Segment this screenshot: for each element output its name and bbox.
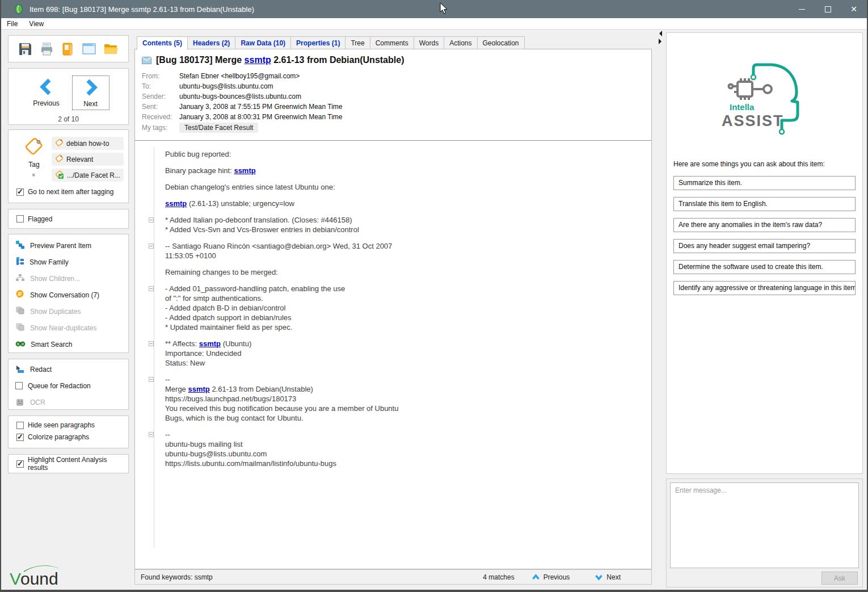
- tab-actions[interactable]: Actions: [444, 36, 477, 49]
- collapse-paragraph-icon[interactable]: [149, 432, 154, 437]
- next-item-button[interactable]: Next: [72, 75, 109, 110]
- paragraph-text: Binary package hint:: [165, 166, 234, 175]
- redact-button[interactable]: Redact: [9, 361, 128, 377]
- svg-text:ound: ound: [20, 569, 58, 588]
- tag-button[interactable]: Tag »: [16, 137, 52, 184]
- email-field-row: Sent:January 3, 2008 at 7:55:15 PM Green…: [142, 102, 642, 112]
- previous-item-button[interactable]: Previous: [28, 75, 65, 110]
- paragraph-text: 11:53:05 +0100: [165, 251, 216, 260]
- ocr-button: OCR: [9, 394, 128, 410]
- assist-suggestion-button[interactable]: Are there any anomalies in the item's ra…: [673, 218, 856, 232]
- save-icon[interactable]: [18, 41, 33, 57]
- paragraph-text: Remaining changes to be merged:: [165, 268, 278, 276]
- tab-tree[interactable]: Tree: [345, 36, 370, 49]
- goto-next-after-tagging-option[interactable]: Go to next item after tagging: [9, 184, 128, 196]
- email-field-value: ubuntu-bugs-bounces@lists.ubuntu.com: [179, 93, 301, 100]
- tab-words[interactable]: Words: [414, 36, 444, 49]
- tag-chip[interactable]: Relevant: [52, 153, 124, 166]
- email-body: Public bug reported:Binary package hint:…: [135, 141, 651, 553]
- hide-seen-checkbox[interactable]: [16, 422, 24, 429]
- highlight-content-analysis-option[interactable]: Highlight Content Analysis results: [9, 456, 128, 472]
- collapse-paragraph-icon[interactable]: [149, 217, 154, 222]
- action-children: Show Children...: [9, 270, 128, 287]
- ssmtp-link[interactable]: ssmtp: [199, 339, 221, 348]
- email-field-label: Received:: [142, 113, 179, 121]
- colorize-paragraphs-option[interactable]: Colorize paragraphs: [9, 433, 128, 441]
- assist-message-input[interactable]: [670, 482, 859, 568]
- goto-next-checkbox[interactable]: [16, 188, 24, 196]
- menu-file[interactable]: File: [1, 20, 23, 28]
- hide-seen-paragraphs-option[interactable]: Hide seen paragraphs: [9, 420, 128, 433]
- ssmtp-link[interactable]: ssmtp: [188, 385, 209, 393]
- paragraph-text: 2.61-13 from Debian(Unstable): [210, 385, 313, 393]
- paragraph-text: https://lists.ubuntu.com/mailman/listinf…: [165, 459, 336, 468]
- my-tag-chip[interactable]: Test/Date Facet Result: [179, 123, 258, 133]
- action-conversation[interactable]: Show Conversation (7): [9, 287, 128, 303]
- tab-headers-2[interactable]: Headers (2): [188, 36, 235, 49]
- email-paragraph: --Merge ssmtp 2.61-13 from Debian(Unstab…: [165, 375, 638, 423]
- paragraph-text: --: [165, 430, 170, 439]
- assist-suggestion-button[interactable]: Translate this item to English.: [673, 197, 856, 211]
- vound-logo: V ound: [9, 563, 68, 589]
- export-report-icon[interactable]: [60, 41, 75, 57]
- next-match-icon: [595, 574, 603, 581]
- action-label: Show Family: [30, 258, 69, 266]
- email-paragraph: --ubuntu-bugs mailing listubuntu-bugs@li…: [165, 430, 638, 468]
- assist-suggestion-button[interactable]: Summarize this item.: [673, 176, 856, 190]
- ssmtp-link[interactable]: ssmtp: [165, 199, 187, 208]
- colorize-checkbox[interactable]: [16, 434, 24, 441]
- action-smartsearch[interactable]: Smart Search: [9, 336, 128, 352]
- action-label: Preview Parent Item: [30, 242, 91, 250]
- paragraph-text: (2.61-13) unstable; urgency=low: [187, 199, 294, 208]
- queue-redaction-checkbox[interactable]: [15, 382, 23, 389]
- tag-chip-label: .../Date Facet R...: [67, 171, 120, 179]
- assist-suggestion-button[interactable]: Does any header suggest email tampering?: [673, 239, 856, 253]
- flagged-option[interactable]: Flagged: [9, 215, 52, 223]
- open-in-window-icon[interactable]: [81, 41, 97, 56]
- collapse-paragraph-icon[interactable]: [149, 341, 154, 346]
- print-icon[interactable]: [39, 41, 54, 57]
- tab-properties-1[interactable]: Properties (1): [291, 36, 345, 49]
- action-parent[interactable]: Preview Parent Item: [9, 237, 128, 254]
- next-match-button[interactable]: Next: [595, 573, 621, 581]
- flagged-checkbox[interactable]: [16, 215, 24, 222]
- action-family[interactable]: Show Family: [9, 254, 128, 270]
- highlight-checkbox[interactable]: [16, 460, 24, 468]
- close-icon[interactable]: ✕: [841, 0, 867, 18]
- redact-icon: [15, 365, 25, 374]
- email-field-value: ubuntu-bugs@lists.ubuntu.com: [179, 82, 273, 90]
- tab-geolocation[interactable]: Geolocation: [478, 36, 525, 49]
- item-position: 2 of 10: [9, 115, 128, 123]
- window-title: Item 698: [Bug 180173] Merge ssmtp 2.61-…: [30, 5, 254, 14]
- tag-chip[interactable]: .../Date Facet R...: [52, 169, 124, 182]
- ssmtp-link[interactable]: ssmtp: [245, 55, 271, 65]
- smartsearch-icon: [15, 339, 26, 350]
- assist-suggestion-button[interactable]: Identify any aggressive or threatening l…: [673, 281, 856, 295]
- tag-more-chevron-icon: »: [31, 173, 37, 175]
- tag-chip[interactable]: debian how-to: [52, 137, 124, 150]
- collapse-paragraph-icon[interactable]: [149, 243, 154, 249]
- collapse-paragraph-icon[interactable]: [149, 377, 154, 382]
- tab-raw-data-10[interactable]: Raw Data (10): [235, 36, 291, 49]
- tab-comments[interactable]: Comments: [370, 36, 414, 49]
- email-paragraph: Public bug reported:: [165, 149, 638, 159]
- queue-for-redaction-option[interactable]: Queue for Redaction: [9, 377, 128, 394]
- collapse-left-icon[interactable]: [656, 31, 662, 36]
- collapse-right-icon[interactable]: [659, 39, 664, 44]
- menu-view[interactable]: View: [23, 20, 49, 28]
- tag-checked-icon: [55, 170, 64, 180]
- find-status-bar: Found keywords: ssmtp 4 matches Previous…: [134, 569, 652, 585]
- open-folder-icon[interactable]: [103, 41, 119, 56]
- conversation-icon: [15, 289, 25, 300]
- tab-contents-5[interactable]: Contents (5): [137, 36, 188, 50]
- paragraph-text: ** Affects:: [165, 339, 199, 348]
- maximize-icon[interactable]: [815, 0, 841, 18]
- ssmtp-link[interactable]: ssmtp: [234, 166, 255, 175]
- assist-suggestion-button[interactable]: Determine the software used to create th…: [673, 260, 856, 274]
- collapse-paragraph-icon[interactable]: [149, 286, 154, 291]
- action-duplicates: Show Duplicates: [9, 303, 128, 320]
- paragraph-text: - Added 01_password-handling patch, enab…: [165, 284, 345, 293]
- paragraph-text: (Ubuntu): [221, 339, 251, 348]
- previous-match-button[interactable]: Previous: [532, 573, 570, 581]
- minimize-icon[interactable]: [789, 0, 815, 18]
